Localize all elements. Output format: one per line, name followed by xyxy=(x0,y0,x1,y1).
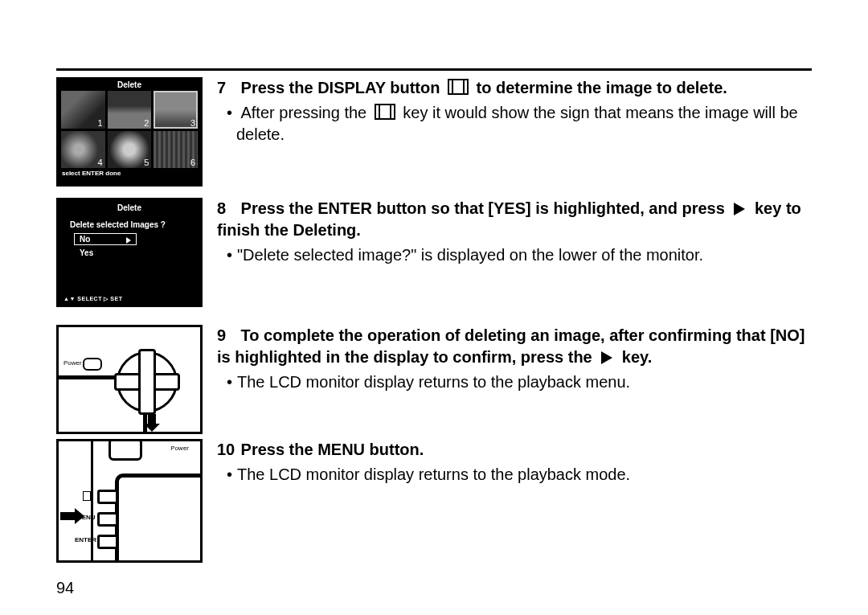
display-side-label xyxy=(83,491,92,501)
right-triangle-icon xyxy=(601,351,612,364)
lcd1-title: Delete xyxy=(59,80,200,91)
enter-side-label: ENTER xyxy=(75,536,96,543)
enter-side-button xyxy=(97,535,118,549)
option-yes: Yes xyxy=(75,248,136,258)
thumbnail-2: 2 xyxy=(108,91,152,129)
step-7-row: Delete 1 2 3 4 5 6 select ENTER done 7 P… xyxy=(56,77,812,187)
step-7-heading: 7 Press the DISPLAY button to determine … xyxy=(217,77,812,99)
power-label: Power xyxy=(170,445,189,452)
camera-back-menu: Power MENU ENTER xyxy=(56,439,203,563)
display-button-icon xyxy=(375,104,395,120)
power-switch-icon xyxy=(83,358,102,371)
step-9-row: Power 9 To complete the operation of del… xyxy=(56,325,812,434)
step-8-bullet: "Delete selected image?" is displayed on… xyxy=(217,244,812,266)
lcd2-footer: ▲▼ SELECT ▷ SET xyxy=(63,296,122,302)
power-label: Power xyxy=(63,359,82,367)
thumbnail-1: 1 xyxy=(61,91,105,129)
display-side-button xyxy=(97,490,118,504)
step-9-bullet: The LCD monitor display returns to the p… xyxy=(217,371,812,393)
option-no: No xyxy=(75,234,136,244)
right-triangle-icon xyxy=(126,237,131,244)
thumbnail-5: 5 xyxy=(108,131,152,169)
step-10-heading: 10 Press the MENU button. xyxy=(217,439,812,461)
arrow-down-icon xyxy=(148,414,156,425)
camera-back-dpad: Power xyxy=(56,325,203,434)
step-10-bullet: The LCD monitor display returns to the p… xyxy=(217,464,812,486)
step-8-heading: 8 Press the ENTER button so that [YES] i… xyxy=(217,198,812,241)
step-7-bullet: After pressing the key it would show the… xyxy=(217,102,812,146)
lcd-delete-thumbnails: Delete 1 2 3 4 5 6 select ENTER done xyxy=(56,77,203,187)
step-10-row: Power MENU ENTER 10 Press the MENU butto… xyxy=(56,439,812,563)
manual-page: Delete 1 2 3 4 5 6 select ENTER done 7 P… xyxy=(56,68,812,563)
thumbnail-4: 4 xyxy=(61,131,105,169)
thumbnail-3: 3 xyxy=(154,91,198,129)
step-9-heading: 9 To complete the operation of deleting … xyxy=(217,325,812,368)
lcd2-title: Delete xyxy=(59,200,200,212)
lcd-counter-icon xyxy=(108,439,142,461)
step-8-row: Delete Delete selected Images ? No Yes ▲… xyxy=(56,198,812,307)
page-number: 94 xyxy=(56,579,74,597)
menu-side-button xyxy=(97,512,118,527)
thumbnail-6: 6 xyxy=(154,131,198,169)
right-triangle-icon xyxy=(734,203,745,215)
lcd2-question: Delete selected Images ? xyxy=(59,212,200,234)
display-button-icon xyxy=(448,79,469,95)
lcd1-footer: select ENTER done xyxy=(59,168,200,178)
lcd-delete-confirm: Delete Delete selected Images ? No Yes ▲… xyxy=(56,198,203,307)
arrow-right-icon xyxy=(60,512,78,520)
dpad-icon xyxy=(117,351,178,412)
